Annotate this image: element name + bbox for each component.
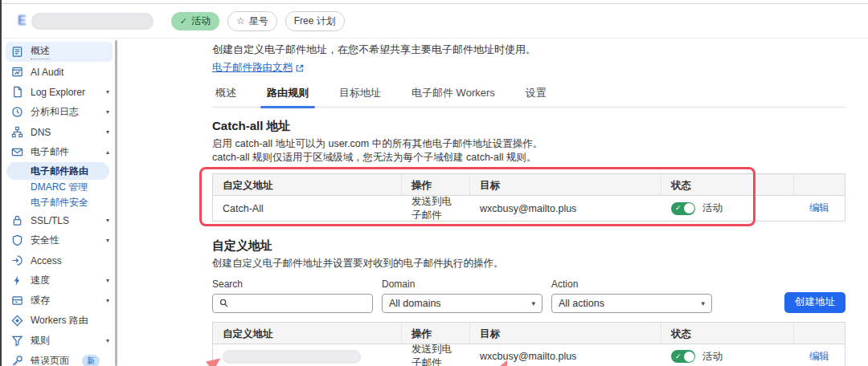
filter-bar: Search Domain All domains ▾ Action All a… [212,279,845,313]
email-routing-docs-link[interactable]: 电子邮件路由文档 [212,61,304,75]
lock-icon [11,214,23,226]
catchall-status-toggle[interactable]: ✓ [671,202,695,215]
chevron-down-icon: ▾ [106,128,109,136]
chevron-down-icon: ▾ [106,237,109,244]
sidebar-item-dns[interactable]: DNS ▾ [2,122,119,142]
ai-audit-icon [11,66,23,78]
status-badge-label: 活动 [191,14,211,28]
custom-status-toggle[interactable]: ✓ [671,350,695,363]
overview-icon [11,46,23,58]
sidebar-item-cache[interactable]: 缓存 ▾ [2,291,119,311]
tab-destination-addresses[interactable]: 目标地址 [336,82,384,107]
sidebar-item-label: 安全性 [31,234,59,247]
status-label: 活动 [702,201,723,215]
sidebar-item-security[interactable]: 安全性 ▾ [2,230,119,250]
toggle-knob [684,203,694,214]
sidebar-item-label: Workers 路由 [31,314,88,327]
sidebar-item-overview[interactable]: 概述 [6,42,113,62]
column-header-address: 自定义地址 [213,174,402,196]
star-icon: ☆ [236,15,245,26]
sidebar-subitem-email-routing[interactable]: 电子邮件路由 [6,162,109,180]
custom-address-blurred [223,350,361,364]
sidebar-item-access[interactable]: Access [2,250,119,270]
catchall-desc-1: 启用 catch-all 地址可以为 user.com 中的所有其他电子邮件地址… [212,137,845,151]
custom-row-action: 发送到电子邮件 [402,344,470,366]
sidebar-item-label: Log Explorer [31,87,85,98]
tab-settings[interactable]: 设置 [522,82,550,107]
domain-filter: Domain All domains ▾ [382,279,542,313]
check-icon: ✓ [675,205,682,212]
chevron-down-icon: ▾ [106,217,109,224]
search-input[interactable] [212,294,373,313]
sidebar-item-workers-routes[interactable]: Workers 路由 [2,311,119,331]
create-address-button[interactable]: 创建地址 [784,292,845,313]
chevron-down-icon: ▾ [106,277,109,284]
sidebar-item-error-pages[interactable]: 错误页面 新 [2,351,119,366]
tab-bar: 概述 路由规则 目标地址 电子邮件 Workers 设置 [212,82,845,108]
action-select[interactable]: All actions ▾ [551,294,712,313]
action-select-value: All actions [559,298,604,309]
column-header-empty [794,323,845,344]
sidebar-item-ssl-tls[interactable]: SSL/TLS ▾ [2,210,119,230]
catchall-edit-link[interactable]: 编辑 [809,201,829,215]
lightning-icon [11,274,23,287]
sidebar-subitem-dmarc[interactable]: DMARC 管理 [2,180,119,195]
domain-name-blurred [31,13,154,30]
column-header-status: 状态 [661,174,794,196]
external-link-icon [296,64,304,72]
tab-email-workers[interactable]: 电子邮件 Workers [408,82,498,107]
catchall-desc-2: catch-all 规则仅适用于区域级域，您无法为每个子域创建 catch-al… [212,151,845,165]
custom-row-target: wxcbusy@mailto.plus [470,344,661,366]
topbar: E ✓ 活动 ☆ 星号 Free 计划 [2,4,868,39]
sidebar-item-rules[interactable]: 规则 ▾ [2,331,119,351]
chevron-down-icon: ▾ [701,299,705,307]
envelope-icon [11,146,23,158]
sidebar-item-ai-audit[interactable]: AI Audit [2,62,119,82]
custom-row-status: ✓ 活动 [661,344,794,366]
main-content: 创建自定义电子邮件地址，在您不希望共享主要电子邮件地址时使用。 电子邮件路由文档… [212,39,845,366]
clock-icon [11,106,23,118]
sidebar-item-log-explorer[interactable]: Log Explorer ▾ [2,82,119,102]
favorite-button[interactable]: ☆ 星号 [227,11,277,31]
custom-addresses-desc: 创建自定义电子邮件地址并设置要对收到的电子邮件执行的操作。 [212,257,845,270]
custom-addresses-title: 自定义地址 [212,238,845,254]
log-explorer-icon [11,86,23,98]
catchall-table: 自定义地址 操作 目标 状态 Catch-All 发送到电子邮件 wxcbusy… [212,173,845,222]
plan-label: Free 计划 [294,14,336,28]
chevron-down-icon: ▾ [106,297,109,304]
sidebar-subitem-label: 电子邮件路由 [31,165,88,178]
custom-row-name-cell [213,344,402,366]
column-header-address: 自定义地址 [213,323,402,344]
sidebar-subitem-label: DMARC 管理 [31,181,88,194]
shield-icon [11,234,23,246]
sidebar-item-email[interactable]: 电子邮件 ▴ [2,142,119,162]
cloudflare-dashboard: E ✓ 活动 ☆ 星号 Free 计划 概述 AI Audit Log Expl… [0,0,868,366]
chevron-down-icon: ▾ [106,337,109,344]
search-filter: Search [212,279,373,313]
catchall-row-status: ✓ 活动 [661,196,794,221]
sidebar: 概述 AI Audit Log Explorer ▾ 分析和日志 ▾ DNS ▾… [2,39,119,366]
catchall-row-target: wxcbusy@mailto.plus [470,196,661,221]
status-badge: ✓ 活动 [171,12,219,31]
sidebar-item-label: 概述 [31,44,50,59]
column-header-action: 操作 [402,174,470,196]
domain-select[interactable]: All domains ▾ [382,294,542,313]
sidebar-item-label: 缓存 [31,294,50,307]
custom-addresses-table: 自定义地址 操作 目标 状态 发送到电子邮件 wxcbusy@mailto.pl… [212,322,845,366]
sidebar-subitem-email-security[interactable]: 电子邮件安全 [2,195,119,210]
sidebar-subitem-label: 电子邮件安全 [31,196,88,209]
tab-overview[interactable]: 概述 [212,82,240,107]
sidebar-item-speed[interactable]: 速度 ▾ [2,270,119,291]
sidebar-scrollbar[interactable] [115,40,117,366]
site-favicon: E [18,14,27,28]
domain-label: Domain [382,279,542,290]
sidebar-item-analytics[interactable]: 分析和日志 ▾ [2,102,119,122]
status-label: 活动 [702,350,723,364]
tab-routing-rules[interactable]: 路由规则 [264,82,312,107]
column-header-target: 目标 [470,323,661,344]
action-label: Action [551,279,712,290]
sidebar-item-label: 电子邮件 [31,145,69,159]
custom-edit-link[interactable]: 编辑 [809,350,829,364]
catchall-title: Catch-all 地址 [212,119,845,134]
catchall-table-wrap: 自定义地址 操作 目标 状态 Catch-All 发送到电子邮件 wxcbusy… [212,173,845,222]
